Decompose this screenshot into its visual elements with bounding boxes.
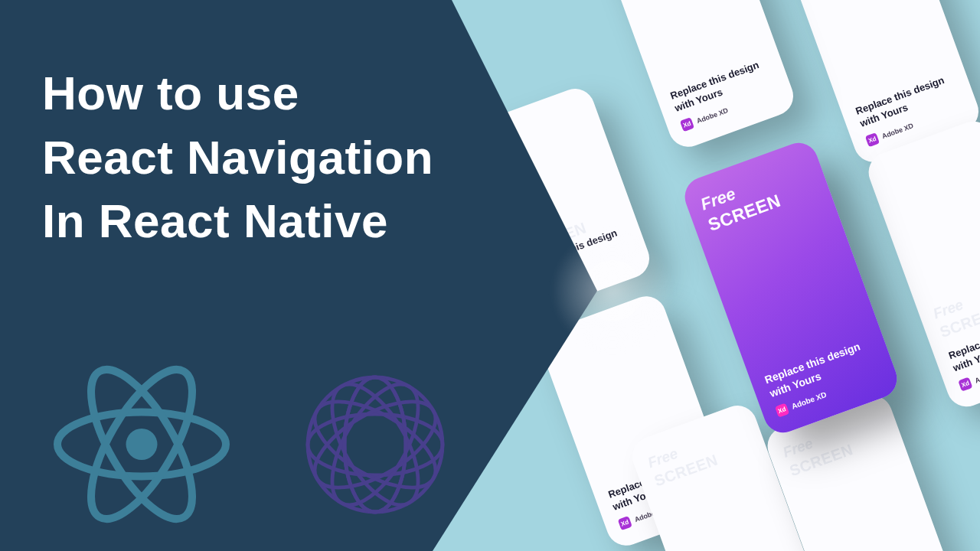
adobe-xd-icon: Xd	[865, 132, 880, 147]
logo-row	[54, 364, 452, 528]
glow-highlight	[551, 230, 674, 352]
adobe-xd-icon: Xd	[958, 377, 972, 391]
mockup-tool-label: Adobe XD	[974, 366, 980, 384]
react-icon	[54, 364, 230, 528]
mockup-tool-label: Adobe XD	[695, 106, 729, 125]
title-line-1: How to use	[42, 61, 433, 126]
mockup-tool-label: Adobe XD	[790, 390, 828, 411]
title-line-2: React Navigation	[42, 126, 433, 190]
mockup-tool-label: Adobe XD	[880, 122, 914, 140]
adobe-xd-icon: Xd	[680, 117, 694, 132]
mockup-card-featured: Free SCREEN Replace this design with You…	[679, 137, 902, 438]
hero-title: How to use React Navigation In React Nat…	[42, 61, 433, 253]
adobe-xd-icon: Xd	[775, 403, 789, 417]
adobe-xd-icon: Xd	[618, 516, 632, 530]
svg-point-0	[126, 429, 158, 460]
mockup-card: Free SCREEN Replace this design with You…	[590, 0, 799, 152]
react-navigation-icon	[299, 368, 452, 524]
title-line-3: In React Native	[42, 189, 433, 253]
